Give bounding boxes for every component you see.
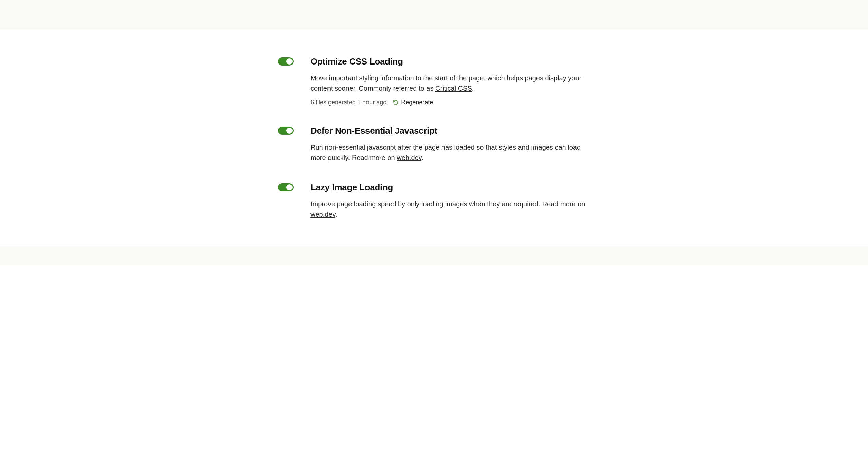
toggle-knob [286, 58, 293, 65]
status-text: 6 files generated 1 hour ago. [310, 99, 388, 106]
toggle-knob [286, 128, 293, 134]
link-web-dev[interactable]: web.dev [310, 210, 335, 218]
setting-text-col: Lazy Image Loading Improve page loading … [310, 182, 590, 219]
desc-suffix: . [421, 154, 423, 161]
setting-row-lazy-images: Lazy Image Loading Improve page loading … [278, 182, 590, 219]
toggle-lazy-images[interactable] [278, 183, 294, 191]
setting-text-col: Defer Non-Essential Javascript Run non-e… [310, 126, 590, 163]
refresh-icon [393, 100, 398, 105]
desc-suffix: . [335, 210, 337, 218]
toggle-col [278, 56, 310, 66]
toggle-col [278, 182, 310, 191]
regenerate-label: Regenerate [401, 99, 433, 106]
settings-content: Optimize CSS Loading Move important styl… [0, 29, 868, 246]
toggle-optimize-css[interactable] [278, 57, 294, 66]
settings-list: Optimize CSS Loading Move important styl… [264, 56, 604, 219]
toggle-col [278, 126, 310, 135]
status-line: 6 files generated 1 hour ago. Regenerate [310, 99, 590, 106]
setting-text-col: Optimize CSS Loading Move important styl… [310, 56, 590, 106]
setting-description: Run non-essential javascript after the p… [310, 142, 590, 163]
setting-title: Lazy Image Loading [310, 182, 590, 193]
setting-title: Optimize CSS Loading [310, 56, 590, 67]
link-web-dev[interactable]: web.dev [397, 154, 421, 161]
toggle-defer-js[interactable] [278, 127, 294, 135]
toggle-knob [286, 184, 293, 190]
desc-prefix: Run non-essential javascript after the p… [310, 144, 581, 161]
top-band [0, 0, 868, 29]
setting-title: Defer Non-Essential Javascript [310, 126, 590, 136]
regenerate-button[interactable]: Regenerate [393, 99, 433, 106]
bottom-band [0, 246, 868, 265]
desc-prefix: Improve page loading speed by only loadi… [310, 200, 585, 208]
setting-description: Improve page loading speed by only loadi… [310, 199, 590, 219]
setting-row-defer-js: Defer Non-Essential Javascript Run non-e… [278, 126, 590, 163]
setting-description: Move important styling information to th… [310, 73, 590, 93]
link-critical-css[interactable]: Critical CSS [435, 85, 472, 92]
desc-suffix: . [472, 85, 474, 92]
setting-row-optimize-css: Optimize CSS Loading Move important styl… [278, 56, 590, 106]
